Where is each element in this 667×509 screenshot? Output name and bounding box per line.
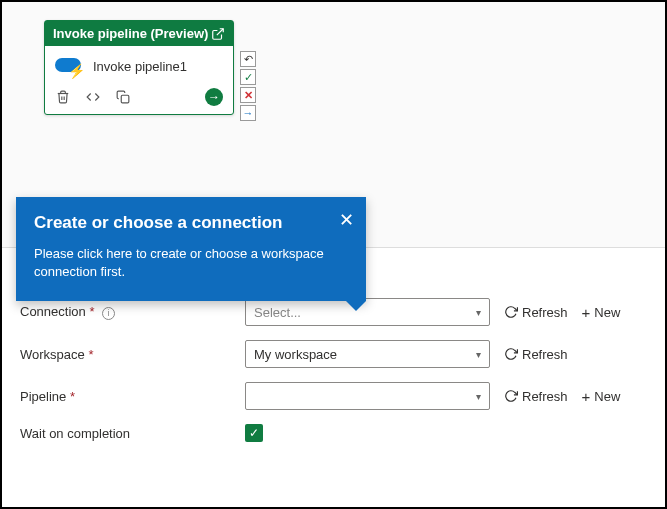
pipeline-refresh-button[interactable]: Refresh [504, 389, 568, 404]
row-connection: Connection * i Select... ▾ Refresh +New [20, 298, 647, 326]
connection-callout: ✕ Create or choose a connection Please c… [16, 197, 366, 301]
activity-footer: → [45, 82, 233, 114]
copy-icon[interactable] [115, 89, 131, 105]
pipeline-label: Pipeline * [20, 389, 245, 404]
wait-label: Wait on completion [20, 426, 245, 441]
activity-card[interactable]: Invoke pipeline (Preview) ⚡ Invoke pipel… [44, 20, 234, 115]
connection-new-button[interactable]: +New [582, 304, 621, 321]
connection-label: Connection * i [20, 304, 245, 320]
error-icon[interactable]: ✕ [240, 87, 256, 103]
svg-line-0 [217, 28, 223, 34]
wait-checkbox[interactable]: ✓ [245, 424, 263, 442]
code-icon[interactable] [85, 89, 101, 105]
open-external-icon[interactable] [211, 27, 225, 41]
chevron-down-icon: ▾ [476, 349, 481, 360]
status-icons: ↶ ✓ ✕ → [240, 51, 256, 121]
callout-beak [346, 301, 366, 311]
check-icon[interactable]: ✓ [240, 69, 256, 85]
skip-icon[interactable]: → [240, 105, 256, 121]
pipeline-icon: ⚡ [55, 56, 83, 76]
run-arrow-icon[interactable]: → [205, 88, 223, 106]
activity-header: Invoke pipeline (Preview) [45, 21, 233, 46]
activity-body: ⚡ Invoke pipeline1 [45, 46, 233, 82]
delete-icon[interactable] [55, 89, 71, 105]
close-icon[interactable]: ✕ [339, 209, 354, 231]
info-icon[interactable]: i [102, 307, 115, 320]
workspace-label: Workspace * [20, 347, 245, 362]
chevron-down-icon: ▾ [476, 307, 481, 318]
pipeline-new-button[interactable]: +New [582, 388, 621, 405]
pipeline-select[interactable]: ▾ [245, 382, 490, 410]
row-workspace: Workspace * My workspace ▾ Refresh [20, 340, 647, 368]
chevron-down-icon: ▾ [476, 391, 481, 402]
connection-refresh-button[interactable]: Refresh [504, 305, 568, 320]
callout-body: Please click here to create or choose a … [34, 245, 348, 281]
workspace-refresh-button[interactable]: Refresh [504, 347, 568, 362]
row-wait: Wait on completion ✓ [20, 424, 647, 442]
workspace-select[interactable]: My workspace ▾ [245, 340, 490, 368]
undo-icon[interactable]: ↶ [240, 51, 256, 67]
svg-rect-1 [121, 95, 129, 103]
activity-title: Invoke pipeline (Preview) [53, 26, 208, 41]
callout-title: Create or choose a connection [34, 213, 348, 233]
row-pipeline: Pipeline * ▾ Refresh +New [20, 382, 647, 410]
activity-name: Invoke pipeline1 [93, 59, 187, 74]
connection-select[interactable]: Select... ▾ [245, 298, 490, 326]
